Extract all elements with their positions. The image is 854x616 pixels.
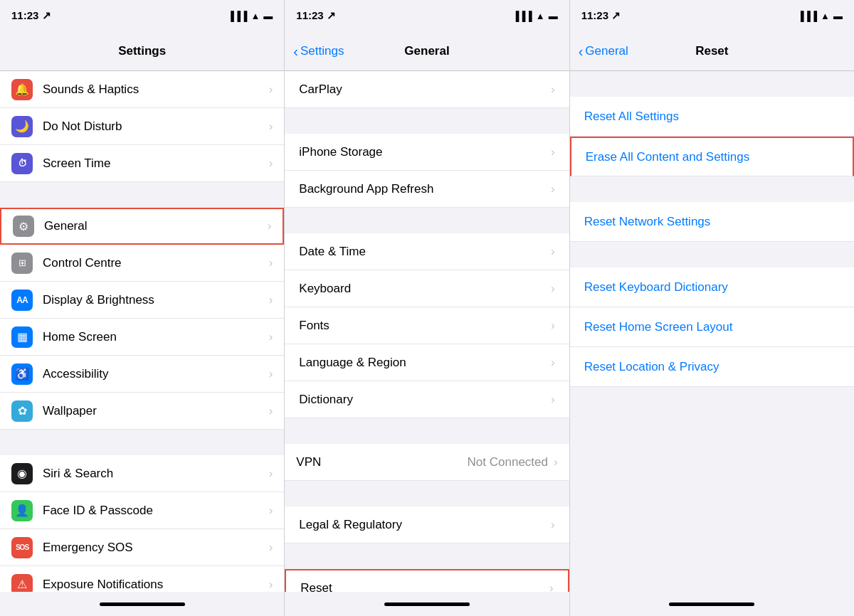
status-bar-panel3: 11:23 ↗ ▐▐▐ ▲ ▬ [570, 0, 854, 31]
donotdisturb-chevron: › [269, 120, 273, 134]
settings-item-donotdisturb[interactable]: 🌙 Do Not Disturb › [0, 108, 284, 145]
battery-icon-2: ▬ [549, 11, 558, 21]
general-item-fonts[interactable]: Fonts › [285, 307, 569, 344]
keyboard-chevron: › [551, 282, 555, 296]
reset-label: Reset [300, 581, 549, 593]
datetime-chevron: › [551, 245, 555, 259]
home-bar-2 [384, 602, 470, 606]
general-item-vpn[interactable]: VPN Not Connected › [285, 444, 569, 481]
general-item-legal[interactable]: Legal & Regulatory › [285, 506, 569, 543]
general-list[interactable]: CarPlay › iPhone Storage › Background Ap… [285, 71, 569, 592]
general-back-label: Settings [300, 44, 344, 58]
homescreen-chevron: › [269, 330, 273, 344]
reset-item-homescreen[interactable]: Reset Home Screen Layout [570, 307, 854, 347]
screentime-chevron: › [269, 156, 273, 171]
settings-item-screentime[interactable]: ⏱ Screen Time › [0, 145, 284, 182]
reset-back-label: General [585, 44, 628, 58]
settings-item-siri[interactable]: ◉ Siri & Search › [0, 455, 284, 492]
dictionary-label: Dictionary [299, 393, 551, 407]
emergencysos-icon: SOS [11, 537, 33, 558]
emergencysos-chevron: › [269, 541, 273, 555]
general-item-carplay[interactable]: CarPlay › [285, 71, 569, 108]
general-item-language[interactable]: Language & Region › [285, 344, 569, 381]
settings-item-exposure[interactable]: ⚠ Exposure Notifications › [0, 566, 284, 592]
sounds-icon: 🔔 [11, 79, 33, 100]
exposure-chevron: › [269, 578, 273, 592]
separator-2 [0, 430, 284, 455]
signal-icon-3: ▐▐▐ [797, 11, 817, 21]
controlcentre-chevron: › [269, 256, 273, 270]
battery-icon-1: ▬ [263, 11, 273, 21]
signal-icon-1: ▐▐▐ [228, 11, 248, 21]
controlcentre-icon: ⊞ [11, 253, 33, 274]
reset-sep-top [570, 71, 854, 97]
settings-list[interactable]: 🔔 Sounds & Haptics › 🌙 Do Not Disturb › … [0, 71, 284, 592]
general-panel: ‹ Settings General CarPlay › iPhone Stor… [285, 31, 569, 592]
gen-sep-1 [285, 108, 569, 134]
status-icons-1: ▐▐▐ ▲ ▬ [228, 11, 273, 21]
legal-label: Legal & Regulatory [299, 518, 551, 532]
settings-panel: Settings 🔔 Sounds & Haptics › 🌙 Do Not D… [0, 31, 285, 592]
general-item-reset[interactable]: Reset › [285, 569, 569, 592]
home-indicators [0, 592, 854, 616]
donotdisturb-label: Do Not Disturb [43, 120, 269, 134]
backgroundapp-label: Background App Refresh [299, 182, 551, 196]
general-back-button[interactable]: ‹ Settings [293, 44, 344, 58]
settings-item-sounds[interactable]: 🔔 Sounds & Haptics › [0, 71, 284, 108]
donotdisturb-icon: 🌙 [11, 116, 33, 137]
general-item-backgroundapp[interactable]: Background App Refresh › [285, 171, 569, 208]
general-label: General [44, 219, 268, 233]
status-time-1: 11:23 ↗ [11, 9, 51, 22]
general-item-dictionary[interactable]: Dictionary › [285, 381, 569, 418]
settings-header: Settings [0, 31, 284, 71]
reset-back-button[interactable]: ‹ General [579, 44, 628, 58]
home-indicator-1 [0, 592, 285, 616]
general-title: General [404, 44, 449, 58]
accessibility-label: Accessibility [43, 367, 269, 381]
status-time-3: 11:23 ↗ [581, 9, 621, 22]
exposure-icon: ⚠ [11, 574, 33, 593]
sounds-chevron: › [269, 83, 273, 97]
settings-item-emergencysos[interactable]: SOS Emergency SOS › [0, 529, 284, 566]
vpn-chevron: › [554, 455, 558, 469]
home-bar-1 [100, 602, 185, 606]
status-bar-panel1: 11:23 ↗ ▐▐▐ ▲ ▬ [0, 0, 285, 31]
siri-label: Siri & Search [43, 467, 269, 481]
status-bar-panel2: 11:23 ↗ ▐▐▐ ▲ ▬ [285, 0, 569, 31]
faceid-label: Face ID & Passcode [43, 504, 269, 518]
faceid-chevron: › [269, 504, 273, 518]
reset-title: Reset [695, 44, 728, 58]
reset-item-network[interactable]: Reset Network Settings [570, 202, 854, 242]
controlcentre-label: Control Centre [43, 256, 269, 270]
general-item-keyboard[interactable]: Keyboard › [285, 270, 569, 307]
reset-sep-1 [570, 176, 854, 202]
settings-item-homescreen[interactable]: ▦ Home Screen › [0, 319, 284, 356]
wallpaper-chevron: › [269, 404, 273, 418]
general-item-datetime[interactable]: Date & Time › [285, 233, 569, 270]
general-header: ‹ Settings General [285, 31, 569, 71]
general-item-iphonestorage[interactable]: iPhone Storage › [285, 134, 569, 171]
datetime-label: Date & Time [299, 245, 551, 259]
reset-item-location[interactable]: Reset Location & Privacy [570, 347, 854, 387]
settings-item-controlcentre[interactable]: ⊞ Control Centre › [0, 245, 284, 282]
reset-list[interactable]: Reset All Settings Erase All Content and… [570, 71, 854, 592]
homescreen-icon: ▦ [11, 326, 33, 348]
settings-item-wallpaper[interactable]: ✿ Wallpaper › [0, 393, 284, 430]
reset-item-erase-all[interactable]: Erase All Content and Settings [570, 137, 854, 176]
reset-chevron: › [549, 581, 554, 593]
emergencysos-label: Emergency SOS [43, 541, 269, 555]
settings-item-general[interactable]: ⚙ General › [0, 208, 284, 245]
siri-icon: ◉ [11, 463, 33, 484]
reset-item-keyboard[interactable]: Reset Keyboard Dictionary [570, 267, 854, 307]
sounds-label: Sounds & Haptics [43, 83, 269, 97]
status-bars: 11:23 ↗ ▐▐▐ ▲ ▬ 11:23 ↗ ▐▐▐ ▲ ▬ 11:23 ↗ … [0, 0, 854, 31]
reset-panel: ‹ General Reset Reset All Settings Erase… [570, 31, 854, 592]
vpn-value: Not Connected [468, 455, 548, 469]
wifi-icon-1: ▲ [251, 11, 260, 21]
settings-item-accessibility[interactable]: ♿ Accessibility › [0, 356, 284, 393]
settings-item-faceid[interactable]: 👤 Face ID & Passcode › [0, 492, 284, 529]
gen-sep-5 [285, 543, 569, 569]
settings-item-display[interactable]: AA Display & Brightness › [0, 282, 284, 319]
reset-item-all-settings[interactable]: Reset All Settings [570, 97, 854, 137]
iphonestorage-chevron: › [551, 145, 555, 159]
